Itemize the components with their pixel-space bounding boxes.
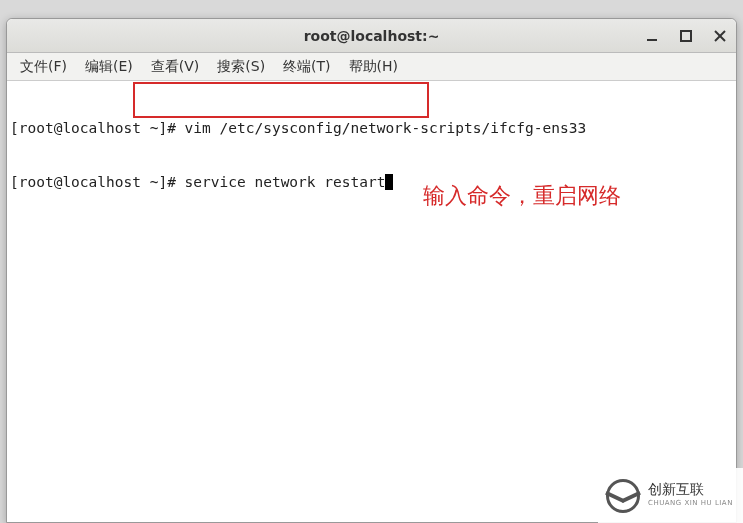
menu-terminal[interactable]: 终端(T)	[274, 55, 339, 79]
close-icon	[714, 30, 726, 42]
menubar: 文件(F) 编辑(E) 查看(V) 搜索(S) 终端(T) 帮助(H)	[7, 53, 736, 81]
watermark: 创新互联 CHUANG XIN HU LIAN	[598, 468, 743, 523]
terminal-line-2: [root@localhost ~]# service network rest…	[10, 173, 733, 191]
menu-view[interactable]: 查看(V)	[142, 55, 209, 79]
highlight-box	[133, 82, 429, 118]
command-text: vim /etc/sysconfig/network-scripts/ifcfg…	[185, 120, 587, 136]
watermark-cn: 创新互联	[648, 482, 733, 496]
titlebar: root@localhost:~	[7, 19, 736, 53]
maximize-icon	[680, 30, 692, 42]
terminal-line-1: [root@localhost ~]# vim /etc/sysconfig/n…	[10, 119, 733, 137]
watermark-logo-icon	[606, 479, 640, 513]
prompt: [root@localhost ~]#	[10, 174, 185, 190]
menu-search[interactable]: 搜索(S)	[208, 55, 274, 79]
maximize-button[interactable]	[676, 26, 696, 46]
menu-help[interactable]: 帮助(H)	[340, 55, 407, 79]
minimize-icon	[646, 30, 658, 42]
svg-rect-1	[681, 31, 691, 41]
cursor-block	[385, 174, 393, 190]
prompt: [root@localhost ~]#	[10, 120, 185, 136]
svg-rect-0	[647, 39, 657, 41]
command-text: service network restart	[185, 174, 386, 190]
watermark-text: 创新互联 CHUANG XIN HU LIAN	[648, 482, 733, 510]
minimize-button[interactable]	[642, 26, 662, 46]
terminal-area[interactable]: [root@localhost ~]# vim /etc/sysconfig/n…	[7, 81, 736, 522]
window-title: root@localhost:~	[7, 28, 736, 44]
menu-edit[interactable]: 编辑(E)	[76, 55, 142, 79]
menu-file[interactable]: 文件(F)	[11, 55, 76, 79]
terminal-window: root@localhost:~ 文件(F) 编辑(E) 查看(V) 搜索(S)…	[6, 18, 737, 523]
watermark-en: CHUANG XIN HU LIAN	[648, 496, 733, 510]
window-buttons	[642, 19, 730, 52]
close-button[interactable]	[710, 26, 730, 46]
